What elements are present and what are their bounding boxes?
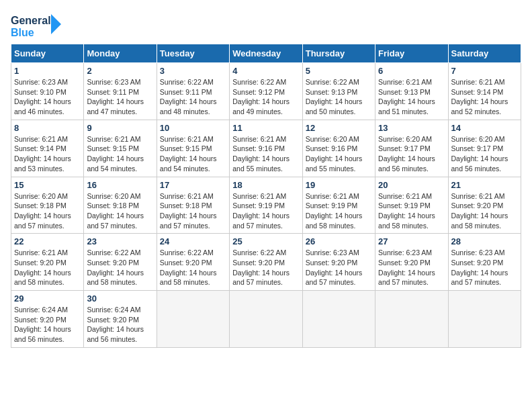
day-number: 27	[378, 236, 445, 246]
day-number: 3	[160, 66, 226, 76]
calendar-day-cell: 16Sunrise: 6:20 AMSunset: 9:18 PMDayligh…	[84, 177, 157, 234]
day-number: 4	[232, 66, 299, 76]
logo-svg: GeneralBlue	[11, 11, 64, 41]
weekday-header: Thursday	[302, 44, 375, 63]
weekday-header: Sunday	[11, 44, 84, 63]
calendar-day-cell: 2Sunrise: 6:23 AMSunset: 9:11 PMDaylight…	[84, 63, 157, 120]
day-number: 19	[306, 180, 372, 190]
day-number: 11	[232, 123, 299, 133]
day-info: Sunrise: 6:20 AMSunset: 9:17 PMDaylight:…	[378, 134, 445, 174]
day-number: 22	[14, 236, 81, 246]
svg-text:General: General	[11, 15, 51, 26]
day-info: Sunrise: 6:21 AMSunset: 9:13 PMDaylight:…	[378, 77, 445, 117]
day-number: 24	[160, 236, 226, 246]
day-info: Sunrise: 6:22 AMSunset: 9:11 PMDaylight:…	[160, 77, 226, 117]
day-info: Sunrise: 6:24 AMSunset: 9:20 PMDaylight:…	[14, 305, 81, 345]
calendar-day-cell	[375, 291, 448, 348]
calendar-week-row: 1Sunrise: 6:23 AMSunset: 9:10 PMDaylight…	[11, 63, 521, 120]
calendar-day-cell: 14Sunrise: 6:20 AMSunset: 9:17 PMDayligh…	[448, 120, 521, 177]
day-number: 8	[14, 123, 81, 133]
day-number: 30	[87, 293, 153, 304]
calendar-day-cell: 30Sunrise: 6:24 AMSunset: 9:20 PMDayligh…	[84, 291, 157, 348]
day-number: 1	[14, 66, 81, 76]
day-info: Sunrise: 6:21 AMSunset: 9:14 PMDaylight:…	[14, 134, 81, 174]
calendar-day-cell: 27Sunrise: 6:23 AMSunset: 9:20 PMDayligh…	[375, 234, 448, 291]
day-info: Sunrise: 6:20 AMSunset: 9:18 PMDaylight:…	[87, 191, 153, 231]
calendar-day-cell: 5Sunrise: 6:22 AMSunset: 9:13 PMDaylight…	[302, 63, 375, 120]
header: GeneralBlue	[11, 11, 521, 41]
weekday-header: Saturday	[448, 44, 521, 63]
day-info: Sunrise: 6:21 AMSunset: 9:16 PMDaylight:…	[232, 134, 299, 174]
day-info: Sunrise: 6:20 AMSunset: 9:17 PMDaylight:…	[451, 134, 518, 174]
day-number: 5	[306, 66, 372, 76]
calendar-day-cell: 15Sunrise: 6:20 AMSunset: 9:18 PMDayligh…	[11, 177, 84, 234]
calendar-day-cell: 11Sunrise: 6:21 AMSunset: 9:16 PMDayligh…	[230, 120, 302, 177]
calendar-day-cell: 8Sunrise: 6:21 AMSunset: 9:14 PMDaylight…	[11, 120, 84, 177]
calendar-day-cell: 4Sunrise: 6:22 AMSunset: 9:12 PMDaylight…	[230, 63, 302, 120]
day-number: 16	[87, 180, 153, 190]
calendar-day-cell: 22Sunrise: 6:21 AMSunset: 9:20 PMDayligh…	[11, 234, 84, 291]
calendar-day-cell: 13Sunrise: 6:20 AMSunset: 9:17 PMDayligh…	[375, 120, 448, 177]
calendar-day-cell: 19Sunrise: 6:21 AMSunset: 9:19 PMDayligh…	[302, 177, 375, 234]
day-number: 9	[87, 123, 153, 133]
day-info: Sunrise: 6:21 AMSunset: 9:19 PMDaylight:…	[306, 191, 372, 231]
calendar-day-cell: 24Sunrise: 6:22 AMSunset: 9:20 PMDayligh…	[157, 234, 229, 291]
calendar-day-cell: 12Sunrise: 6:20 AMSunset: 9:16 PMDayligh…	[302, 120, 375, 177]
calendar-day-cell: 1Sunrise: 6:23 AMSunset: 9:10 PMDaylight…	[11, 63, 84, 120]
day-info: Sunrise: 6:24 AMSunset: 9:20 PMDaylight:…	[87, 305, 153, 345]
day-info: Sunrise: 6:22 AMSunset: 9:20 PMDaylight:…	[160, 248, 226, 287]
day-number: 15	[14, 180, 81, 190]
calendar-day-cell: 23Sunrise: 6:22 AMSunset: 9:20 PMDayligh…	[84, 234, 157, 291]
day-number: 6	[378, 66, 445, 76]
calendar-day-cell: 25Sunrise: 6:22 AMSunset: 9:20 PMDayligh…	[230, 234, 302, 291]
calendar-header-row: SundayMondayTuesdayWednesdayThursdayFrid…	[11, 44, 521, 63]
day-number: 13	[378, 123, 445, 133]
calendar-day-cell: 28Sunrise: 6:23 AMSunset: 9:20 PMDayligh…	[448, 234, 521, 291]
weekday-header: Tuesday	[157, 44, 229, 63]
calendar-day-cell: 20Sunrise: 6:21 AMSunset: 9:19 PMDayligh…	[375, 177, 448, 234]
calendar-day-cell: 3Sunrise: 6:22 AMSunset: 9:11 PMDaylight…	[157, 63, 229, 120]
day-info: Sunrise: 6:21 AMSunset: 9:20 PMDaylight:…	[14, 248, 81, 287]
svg-text:Blue: Blue	[11, 27, 34, 38]
day-number: 20	[378, 180, 445, 190]
calendar-table: SundayMondayTuesdayWednesdayThursdayFrid…	[11, 44, 521, 348]
weekday-header: Monday	[84, 44, 157, 63]
day-info: Sunrise: 6:23 AMSunset: 9:11 PMDaylight:…	[87, 77, 153, 117]
day-number: 10	[160, 123, 226, 133]
svg-marker-2	[51, 14, 61, 34]
calendar-day-cell: 9Sunrise: 6:21 AMSunset: 9:15 PMDaylight…	[84, 120, 157, 177]
day-number: 17	[160, 180, 226, 190]
day-info: Sunrise: 6:21 AMSunset: 9:15 PMDaylight:…	[160, 134, 226, 174]
day-info: Sunrise: 6:23 AMSunset: 9:20 PMDaylight:…	[451, 248, 518, 287]
day-info: Sunrise: 6:21 AMSunset: 9:15 PMDaylight:…	[87, 134, 153, 174]
calendar-week-row: 29Sunrise: 6:24 AMSunset: 9:20 PMDayligh…	[11, 291, 521, 348]
calendar-day-cell: 21Sunrise: 6:21 AMSunset: 9:20 PMDayligh…	[448, 177, 521, 234]
calendar-week-row: 22Sunrise: 6:21 AMSunset: 9:20 PMDayligh…	[11, 234, 521, 291]
calendar-day-cell: 17Sunrise: 6:21 AMSunset: 9:18 PMDayligh…	[157, 177, 229, 234]
weekday-header: Wednesday	[230, 44, 302, 63]
day-info: Sunrise: 6:21 AMSunset: 9:20 PMDaylight:…	[451, 191, 518, 231]
calendar-day-cell	[448, 291, 521, 348]
calendar-day-cell: 26Sunrise: 6:23 AMSunset: 9:20 PMDayligh…	[302, 234, 375, 291]
day-number: 2	[87, 66, 153, 76]
day-info: Sunrise: 6:21 AMSunset: 9:19 PMDaylight:…	[232, 191, 299, 231]
calendar-week-row: 8Sunrise: 6:21 AMSunset: 9:14 PMDaylight…	[11, 120, 521, 177]
day-number: 26	[306, 236, 372, 246]
day-number: 29	[14, 293, 81, 304]
day-number: 14	[451, 123, 518, 133]
calendar-day-cell	[157, 291, 229, 348]
day-number: 12	[306, 123, 372, 133]
day-info: Sunrise: 6:20 AMSunset: 9:18 PMDaylight:…	[14, 191, 81, 231]
day-info: Sunrise: 6:23 AMSunset: 9:20 PMDaylight:…	[378, 248, 445, 287]
calendar-day-cell: 7Sunrise: 6:21 AMSunset: 9:14 PMDaylight…	[448, 63, 521, 120]
logo: GeneralBlue	[11, 11, 64, 41]
calendar-day-cell	[302, 291, 375, 348]
calendar-day-cell: 18Sunrise: 6:21 AMSunset: 9:19 PMDayligh…	[230, 177, 302, 234]
day-info: Sunrise: 6:21 AMSunset: 9:19 PMDaylight:…	[378, 191, 445, 231]
day-number: 7	[451, 66, 518, 76]
day-info: Sunrise: 6:23 AMSunset: 9:20 PMDaylight:…	[306, 248, 372, 287]
day-number: 28	[451, 236, 518, 246]
day-info: Sunrise: 6:22 AMSunset: 9:20 PMDaylight:…	[87, 248, 153, 287]
day-info: Sunrise: 6:22 AMSunset: 9:20 PMDaylight:…	[232, 248, 299, 287]
day-number: 25	[232, 236, 299, 246]
